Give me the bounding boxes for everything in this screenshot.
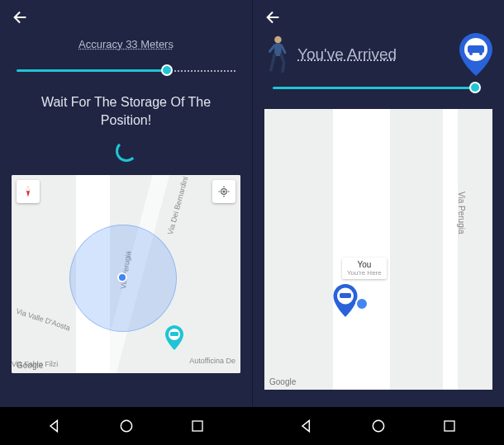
screen-saving-position: Accuracy 33 Meters Wait For The Storage … [0,0,252,445]
callout-title: You [357,260,371,269]
nav-home-button[interactable] [361,418,396,434]
svg-rect-3 [170,332,178,336]
nav-home-button[interactable] [109,418,144,434]
loading-spinner-icon [116,140,137,162]
accuracy-slider[interactable] [17,62,235,78]
svg-rect-11 [340,293,351,298]
android-navbar [0,407,504,445]
street-label: Via Perugia [457,192,466,234]
svg-point-8 [469,52,473,55]
svg-rect-15 [445,421,454,431]
nav-recent-button[interactable] [180,419,215,433]
svg-point-14 [373,420,383,431]
svg-point-12 [121,420,131,431]
my-location-button[interactable] [212,180,235,203]
poi-label: Autofficina De [189,357,235,365]
google-attribution: Google [269,377,296,386]
map-view[interactable]: Via Perugia Via Dei Bernardini Via Valle… [12,175,240,373]
car-pin-icon [332,284,359,317]
arrived-label: You've Arrived [297,45,451,64]
wait-message: Wait For The Storage Of The Position! [15,93,237,130]
nav-recent-button[interactable] [432,419,467,433]
google-attribution: Google [17,361,43,370]
map-view[interactable]: Via Perugia You You're Here Google [264,109,492,390]
destination-car-pin-icon [458,33,494,76]
walker-icon [263,34,291,75]
compass-button[interactable] [17,180,40,203]
svg-rect-13 [193,421,202,431]
you-callout[interactable]: You You're Here [342,258,387,279]
nav-back-button[interactable] [289,418,324,434]
svg-rect-7 [468,45,484,53]
svg-point-4 [274,36,282,44]
callout-subtitle: You're Here [347,269,382,277]
car-pin-icon [164,325,184,350]
accuracy-label: Accuracy 33 Meters [0,38,252,50]
progress-track [273,79,484,96]
user-location-dot [355,297,368,310]
svg-point-1 [223,191,225,192]
svg-point-9 [479,52,483,55]
nav-back-button[interactable] [37,418,72,434]
back-button[interactable] [0,0,41,35]
back-button[interactable] [253,0,294,35]
screen-arrived: You've Arrived Via Perugia You You're He… [252,0,504,445]
arrival-header: You've Arrived [253,33,504,76]
user-location-dot [117,272,127,282]
